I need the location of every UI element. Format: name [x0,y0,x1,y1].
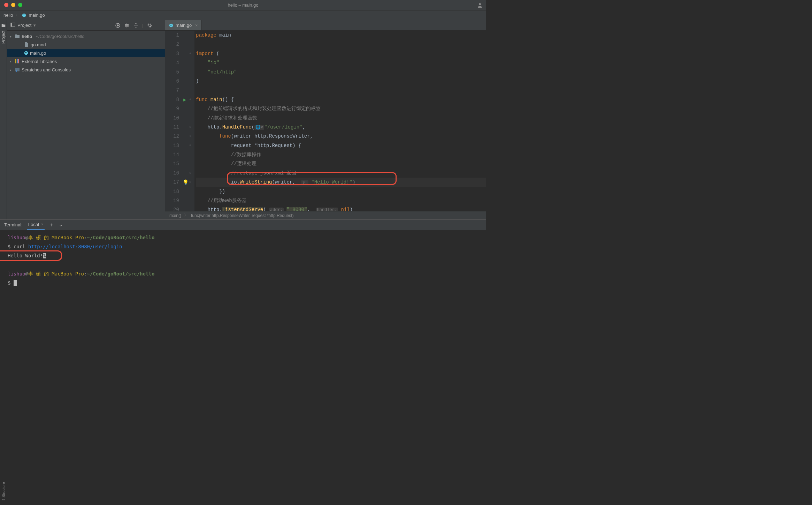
close-tab-icon[interactable]: × [195,23,198,28]
go-file-icon [22,13,26,18]
project-panel: Project ▾ | — ▾ hello ~/Code/goRoot/src/… [7,20,165,219]
editor-tabs: main.go × [165,20,486,31]
close-terminal-tab-icon[interactable]: × [41,222,43,226]
breadcrumb-root[interactable]: hello [3,13,13,18]
breadcrumb-inner[interactable]: func(writer http.ResponseWriter, request… [191,213,294,218]
folder-icon [15,33,20,39]
title-bar: hello – main.go [0,0,486,10]
intention-bulb-icon[interactable]: 💡 [183,178,189,187]
fold-gutter: ⊖⊖⊟⊖⊟⊟⊟ [190,31,194,211]
hide-panel-icon[interactable]: — [156,23,161,28]
expand-arrow-icon[interactable]: ▸ [10,68,13,72]
tree-root-path: ~/Code/goRoot/src/hello [36,34,84,39]
svg-point-9 [25,52,26,53]
file-icon [24,42,29,47]
editor-tab-label: main.go [176,23,192,28]
collapse-all-icon[interactable] [133,23,139,28]
svg-point-2 [23,15,24,15]
tree-scratches[interactable]: ▸ Scratches and Consoles [7,65,165,74]
minimize-window-icon[interactable] [11,3,15,7]
breadcrumb-fn[interactable]: main() [169,213,181,218]
tree-root-name: hello [22,34,32,39]
svg-point-15 [16,70,17,72]
svg-rect-11 [15,59,16,63]
terminal-title: Terminal: [4,222,23,227]
svg-rect-5 [11,23,12,27]
svg-point-1 [22,13,26,17]
project-tool-icon[interactable] [1,23,6,28]
panel-view-icon [10,22,15,28]
tree-label: External Libraries [22,59,57,64]
svg-point-10 [26,52,27,53]
breadcrumb: hello 〉 main.go [0,10,486,20]
terminal-panel: Terminal: Local × + ⌄ lishuo@李 硕 的 MacBo… [0,219,486,292]
separator: | [142,23,143,28]
tree-file-gomod[interactable]: go.mod [7,40,165,49]
settings-icon[interactable] [147,23,152,28]
tree-folder-root[interactable]: ▾ hello ~/Code/goRoot/src/hello [7,32,165,40]
editor-tab-maingo[interactable]: main.go × [165,20,201,30]
add-terminal-icon[interactable]: + [49,222,54,228]
project-tool-tab[interactable]: Project [0,29,7,45]
tree-external-libraries[interactable]: ▸ External Libraries [7,57,165,65]
scratches-icon [15,67,20,72]
svg-point-7 [117,25,118,26]
close-window-icon[interactable] [4,3,8,7]
user-icon[interactable] [477,2,483,8]
code-editor[interactable]: 1234567891011121314151617181920 ▶ 💡 ⊖⊖⊟⊖… [165,31,486,211]
terminal-tab-label: Local [28,222,39,227]
tree-label: Scratches and Consoles [22,67,71,72]
svg-point-17 [170,25,171,25]
tree-file-label: main.go [30,50,46,56]
breadcrumb-separator: 〉 [15,12,20,18]
maximize-window-icon[interactable] [18,3,22,7]
svg-point-18 [171,25,172,25]
project-panel-header: Project ▾ | — [7,20,165,31]
window-title: hello – main.go [228,2,258,8]
terminal-dropdown-icon[interactable]: ⌄ [58,222,63,228]
project-tree[interactable]: ▾ hello ~/Code/goRoot/src/hello go.mod m… [7,31,165,219]
code-area[interactable]: package mainimport ( "io" "net/http")fun… [194,31,486,211]
svg-point-8 [24,51,28,55]
go-file-icon [24,50,29,55]
window-controls [0,0,26,10]
svg-point-3 [24,15,25,15]
expand-all-icon[interactable] [124,23,130,28]
tree-file-label: go.mod [31,42,46,47]
select-opened-file-icon[interactable] [115,23,121,28]
editor-breadcrumb: main() 〉 func(writer http.ResponseWriter… [165,211,486,219]
dropdown-icon[interactable]: ▾ [33,23,36,28]
project-panel-title[interactable]: Project [17,23,31,28]
svg-rect-13 [18,59,19,63]
tree-file-maingo[interactable]: main.go [7,49,165,57]
expand-arrow-icon[interactable]: ▾ [10,34,13,38]
terminal-tab-local[interactable]: Local × [27,220,45,230]
svg-point-0 [479,3,481,5]
terminal-output[interactable]: lishuo@李 硕 的 MacBook Pro:~/Code/goRoot/s… [0,230,486,292]
libraries-icon [15,59,20,64]
run-icon[interactable]: ▶ [183,95,186,104]
line-number-gutter: 1234567891011121314151617181920 [165,31,183,211]
svg-rect-12 [17,59,18,63]
expand-arrow-icon[interactable]: ▸ [10,60,13,63]
run-gutter: ▶ 💡 [183,31,190,211]
go-file-icon [169,23,174,28]
left-tool-tabs: Project [0,20,7,219]
editor: main.go × 123456789101112131415161718192… [165,20,486,219]
terminal-header: Terminal: Local × + ⌄ [0,220,486,230]
breadcrumb-file[interactable]: main.go [29,13,45,18]
svg-point-16 [169,23,173,27]
breadcrumb-separator: 〉 [184,212,188,218]
